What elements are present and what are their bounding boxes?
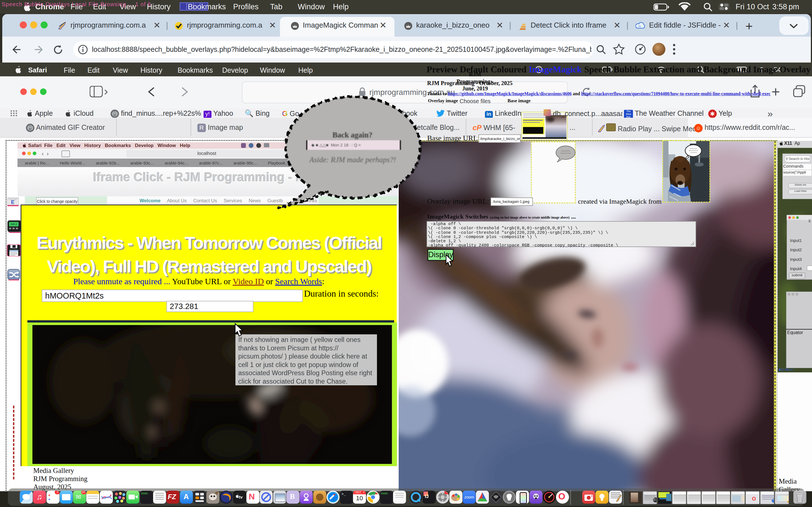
svg-text:E: E bbox=[11, 200, 14, 205]
svg-text:∞: ∞ bbox=[638, 24, 641, 28]
svg-text:tv: tv bbox=[239, 495, 243, 499]
